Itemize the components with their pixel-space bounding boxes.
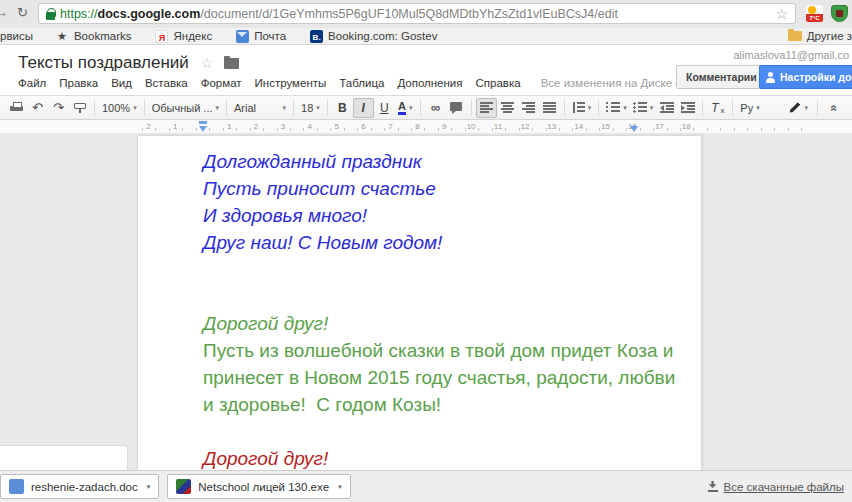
- reload-icon[interactable]: ↻: [17, 5, 28, 20]
- bookmark-item[interactable]: Bookmarks: [57, 30, 132, 43]
- clear-formatting-button[interactable]: Tx: [707, 98, 728, 118]
- menu-item[interactable]: Вид: [111, 77, 132, 89]
- document-text-line[interactable]: И здоровья много!: [203, 202, 671, 229]
- line-spacing-icon: [572, 102, 585, 113]
- bookmark-star-icon[interactable]: ☆: [775, 6, 788, 22]
- bookmark-item[interactable]: рвисы: [0, 30, 33, 42]
- collapse-chevrons-icon: «: [828, 104, 842, 111]
- underline-button[interactable]: U: [374, 98, 395, 118]
- document-title[interactable]: Тексты поздравлений: [18, 53, 189, 73]
- text-color-a: A: [398, 100, 406, 115]
- bold-button[interactable]: B: [332, 98, 353, 118]
- ruler-number: 14: [565, 122, 592, 131]
- menu-item[interactable]: Справка: [476, 77, 521, 89]
- separator: [327, 100, 328, 116]
- document-text-line[interactable]: и здоровье! С годом Козы!: [203, 391, 671, 418]
- document-text-line[interactable]: Долгожданный праздник: [203, 148, 671, 175]
- other-bookmarks-label: Другие з: [807, 30, 852, 42]
- document-text-line[interactable]: Пусть из волшебной сказки в твой дом при…: [203, 337, 671, 364]
- line-spacing-button[interactable]: ▾: [569, 98, 595, 118]
- right-indent-marker[interactable]: [630, 126, 638, 132]
- font-dropdown[interactable]: Arial▾: [231, 98, 289, 118]
- show-all-downloads-link[interactable]: Все скачанные файлы: [708, 481, 844, 493]
- increase-indent-button[interactable]: [677, 98, 698, 118]
- align-center-button[interactable]: [497, 98, 518, 118]
- account-email[interactable]: alimaslova11@gmail.co: [733, 49, 849, 61]
- address-bar[interactable]: https://docs.google.com/document/d/1GeYm…: [38, 3, 796, 24]
- document-text-line[interactable]: Дорогой друг!: [203, 310, 671, 337]
- font-size-value: 18: [301, 102, 313, 114]
- menu-item[interactable]: Правка: [59, 77, 98, 89]
- menu-item[interactable]: Таблица: [339, 77, 384, 89]
- menu-item[interactable]: Формат: [201, 77, 242, 89]
- separator: [420, 100, 421, 116]
- docs-header: alimaslova11@gmail.co Тексты поздравлени…: [0, 45, 852, 95]
- forward-icon[interactable]: →: [0, 3, 9, 21]
- align-left-button[interactable]: [476, 98, 497, 118]
- pencil-icon: [787, 101, 801, 114]
- download-item[interactable]: Netschool лицей 130.exe ▾: [167, 474, 350, 499]
- insert-link-button[interactable]: ∞: [425, 98, 446, 118]
- styles-value: Обычный ...: [152, 102, 213, 114]
- ruler-number: 15: [592, 122, 619, 131]
- document-text-line[interactable]: Друг наш! С Новым годом!: [203, 229, 671, 256]
- download-icon: [708, 481, 718, 492]
- editing-mode-button[interactable]: ▾: [784, 98, 811, 118]
- font-size-dropdown[interactable]: 18▾: [298, 98, 323, 118]
- document-text-line[interactable]: [203, 418, 671, 445]
- share-person-icon: [765, 72, 776, 83]
- browser-toolbar: → ↻ https://docs.google.com/document/d/1…: [0, 0, 852, 28]
- chevron-down-icon: ▾: [804, 104, 808, 112]
- separator: [817, 100, 818, 116]
- document-text-line[interactable]: Пусть приносит счастье: [203, 175, 671, 202]
- zoom-dropdown[interactable]: 100%▾: [99, 98, 140, 118]
- chevron-down-icon: ▾: [650, 104, 654, 112]
- comments-button[interactable]: Комментарии: [676, 65, 767, 89]
- clear-format-t: T: [711, 101, 718, 115]
- secure-lock-icon[interactable]: [46, 8, 55, 20]
- ruler[interactable]: 2 1 1 2 3 4 5 6 7 8 9 10 11 12 13: [0, 120, 852, 133]
- numbered-list-button[interactable]: ▾: [603, 98, 630, 118]
- menu-item[interactable]: Вставка: [145, 77, 188, 89]
- redo-button[interactable]: ↷: [48, 98, 69, 118]
- bulleted-list-button[interactable]: ▾: [630, 98, 657, 118]
- document-text-line[interactable]: Дорогой друг!: [203, 445, 671, 470]
- collapse-menus-button[interactable]: «: [824, 98, 845, 118]
- ruler-number: 11: [485, 122, 512, 131]
- ruler-number: 7: [377, 122, 404, 131]
- move-to-folder-icon[interactable]: [224, 58, 239, 69]
- italic-button[interactable]: I: [353, 98, 374, 118]
- bookmark-item[interactable]: Booking.com: Gostev: [310, 30, 437, 43]
- paint-format-button[interactable]: [69, 98, 90, 118]
- document-page[interactable]: Долгожданный праздник Пусть приносит сча…: [137, 135, 702, 470]
- shield-extension-icon[interactable]: [831, 5, 848, 22]
- print-button[interactable]: [6, 98, 27, 118]
- chevron-down-icon[interactable]: ▾: [147, 483, 151, 491]
- first-line-indent-marker[interactable]: [199, 121, 207, 124]
- undo-button[interactable]: ↶: [27, 98, 48, 118]
- decrease-indent-button[interactable]: [656, 98, 677, 118]
- share-button[interactable]: Настройки доступа: [759, 65, 852, 89]
- other-bookmarks-folder[interactable]: Другие з: [788, 30, 852, 42]
- text-color-button[interactable]: A▾: [395, 98, 416, 118]
- justify-button[interactable]: [539, 98, 560, 118]
- document-text-line[interactable]: [203, 283, 671, 310]
- insert-comment-button[interactable]: [446, 98, 467, 118]
- menu-item[interactable]: Файл: [18, 77, 46, 89]
- url-scheme: https://: [60, 7, 98, 21]
- download-item[interactable]: reshenie-zadach.doc ▾: [0, 474, 159, 499]
- document-text-line[interactable]: [203, 256, 671, 283]
- document-text-line[interactable]: принесет в Новом 2015 году счастья, радо…: [203, 364, 671, 391]
- bookmark-item[interactable]: Почта: [236, 30, 286, 43]
- bookmark-item[interactable]: Яндекс: [155, 30, 212, 43]
- left-indent-marker[interactable]: [199, 126, 207, 132]
- star-document-icon[interactable]: ☆: [201, 55, 214, 71]
- align-right-button[interactable]: [518, 98, 539, 118]
- weather-extension-icon[interactable]: [806, 5, 823, 22]
- chevron-down-icon[interactable]: ▾: [338, 483, 342, 491]
- menu-item[interactable]: Инструменты: [255, 77, 327, 89]
- menu-item[interactable]: Дополнения: [397, 77, 462, 89]
- input-tools-button[interactable]: Ру▾: [737, 98, 762, 118]
- separator: [94, 100, 95, 116]
- styles-dropdown[interactable]: Обычный ...▾: [149, 98, 222, 118]
